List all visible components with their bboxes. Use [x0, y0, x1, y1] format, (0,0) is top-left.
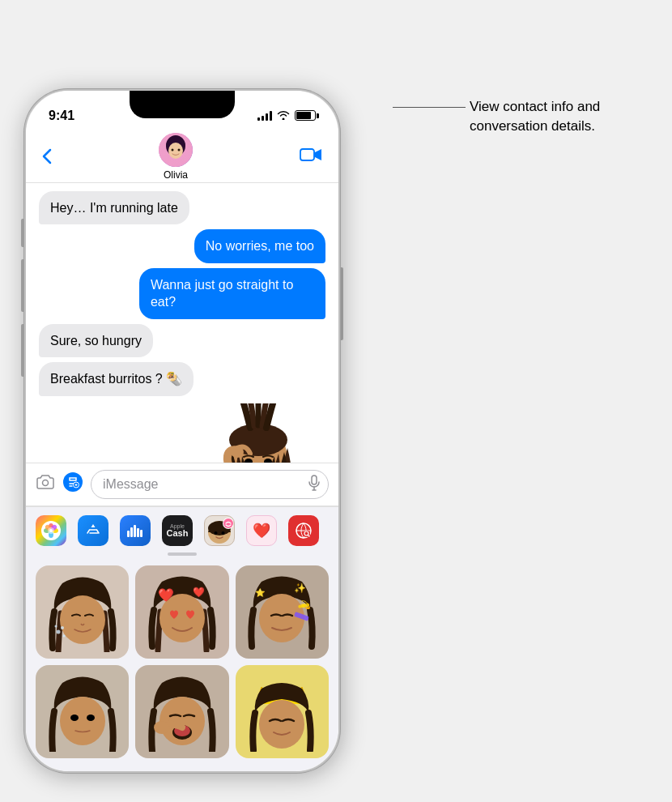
svg-point-65	[259, 700, 304, 749]
phone-frame: 9:41	[24, 89, 340, 773]
message-row-3: Wanna just go straight to eat?	[39, 268, 325, 319]
memoji-icon[interactable]	[204, 515, 235, 546]
cash-label: Cash	[167, 529, 189, 538]
message-row-2: No worries, me too	[39, 229, 325, 263]
svg-rect-27	[130, 527, 133, 537]
apple-cash-icon[interactable]: Apple Cash	[162, 515, 193, 546]
svg-point-3	[172, 148, 174, 151]
memoji-grid: ❤️ ❤️	[26, 562, 338, 771]
contact-header[interactable]: Olivia	[159, 133, 193, 181]
screen: 9:41	[26, 91, 338, 771]
status-time: 9:41	[49, 109, 74, 123]
svg-point-14	[63, 472, 83, 492]
svg-point-44	[54, 625, 57, 628]
svg-rect-30	[140, 530, 142, 537]
microphone-button[interactable]	[308, 475, 320, 494]
apps-button[interactable]	[63, 472, 83, 497]
message-bubble-received: Breakfast burritos ? 🌯	[39, 362, 194, 396]
svg-point-54	[60, 697, 105, 745]
navigation-bar: Olivia	[26, 131, 338, 183]
message-text: Breakfast burritos ? 🌯	[50, 372, 182, 386]
message-bubble-sent: Wanna just go straight to eat?	[139, 268, 325, 319]
svg-point-36	[223, 518, 233, 528]
app-strip-container: Apple Cash	[26, 506, 338, 771]
power-button[interactable]	[340, 267, 343, 340]
message-text: Wanna just go straight to eat?	[151, 278, 293, 309]
messages-area[interactable]: Hey… I'm running late No worries, me too…	[26, 183, 338, 463]
svg-point-48	[259, 594, 304, 642]
svg-point-33	[215, 531, 218, 535]
phone-wrapper: 9:41	[24, 89, 340, 773]
svg-point-34	[222, 531, 225, 535]
memoji-cell-6[interactable]	[236, 665, 329, 758]
svg-point-55	[70, 715, 79, 721]
app-strip: Apple Cash	[26, 506, 338, 552]
svg-rect-5	[300, 149, 314, 160]
message-text: Sure, so hungry	[50, 334, 142, 348]
svg-text:❤️: ❤️	[193, 586, 205, 598]
memoji-cell-3[interactable]: ✨ 💫 ⭐	[236, 565, 329, 659]
callout-text: View contact info and conversation detai…	[470, 97, 648, 136]
memoji-sticker	[198, 401, 319, 462]
wifi-icon	[277, 109, 290, 122]
svg-rect-16	[312, 476, 317, 484]
input-area: iMessage	[26, 463, 338, 506]
svg-point-42	[56, 630, 60, 634]
globe-icon[interactable]	[288, 515, 319, 546]
camera-button[interactable]	[36, 473, 55, 496]
soundboard-icon[interactable]	[120, 515, 151, 546]
svg-rect-28	[134, 525, 136, 537]
message-row-1: Hey… I'm running late	[39, 191, 325, 225]
message-bubble-received: Hey… I'm running late	[39, 191, 189, 225]
svg-text:❤️: ❤️	[158, 587, 174, 603]
message-input-field[interactable]: iMessage	[91, 470, 329, 499]
signal-bars-icon	[257, 111, 272, 121]
back-button[interactable]	[42, 148, 52, 164]
status-icons	[257, 109, 316, 122]
message-row-4: Sure, so hungry	[39, 324, 325, 358]
callout-line	[393, 107, 466, 108]
svg-point-40	[60, 595, 105, 644]
svg-point-2	[168, 143, 183, 159]
memoji-cell-4[interactable]	[36, 665, 129, 758]
svg-point-13	[43, 480, 49, 485]
svg-point-43	[62, 635, 65, 638]
svg-point-4	[178, 148, 181, 151]
contact-name: Olivia	[164, 169, 188, 181]
memoji-cell-5[interactable]	[135, 665, 228, 758]
callout-annotation: View contact info and conversation detai…	[470, 97, 648, 136]
memoji-cell-2[interactable]: ❤️ ❤️	[135, 565, 228, 659]
svg-point-41	[61, 626, 64, 629]
battery-icon	[295, 110, 316, 121]
message-text: No worries, me too	[206, 239, 314, 253]
appstore-icon[interactable]	[78, 515, 108, 546]
video-call-button[interactable]	[300, 147, 322, 167]
message-placeholder: iMessage	[103, 477, 158, 492]
contact-avatar	[159, 133, 193, 167]
svg-text:✨: ✨	[294, 582, 306, 594]
stickers-icon[interactable]: ❤️	[246, 515, 277, 546]
notch	[130, 91, 235, 118]
memoji-cell-1[interactable]	[36, 565, 129, 659]
message-row-5: Breakfast burritos ? 🌯	[39, 362, 325, 396]
drag-handle	[168, 552, 197, 556]
svg-point-25	[49, 529, 53, 532]
svg-rect-26	[127, 531, 130, 537]
svg-point-56	[87, 715, 95, 721]
message-bubble-sent: No worries, me too	[194, 229, 325, 263]
svg-rect-29	[137, 528, 139, 537]
message-text: Hey… I'm running late	[50, 201, 178, 215]
photos-app-icon[interactable]	[36, 515, 66, 546]
message-bubble-received: Sure, so hungry	[39, 324, 153, 358]
memoji-sticker-row	[39, 401, 325, 462]
svg-text:⭐: ⭐	[255, 587, 266, 598]
